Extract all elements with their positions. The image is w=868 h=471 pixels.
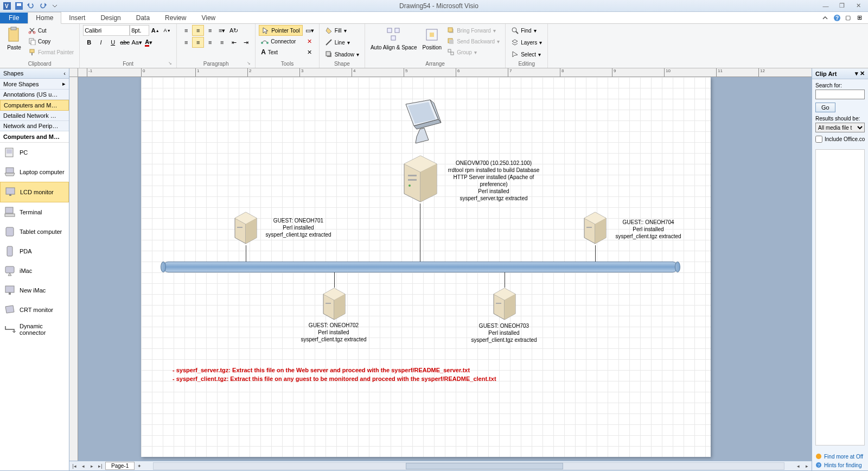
stencil-annotations[interactable]: Annotations (US u… — [0, 90, 69, 100]
page-last-icon[interactable]: ▸| — [97, 462, 104, 470]
italic-icon[interactable]: I — [95, 37, 107, 48]
tab-design[interactable]: Design — [93, 12, 128, 23]
autoalign-button[interactable]: Auto Align & Space — [368, 25, 419, 52]
align-center-icon[interactable]: ≡ — [192, 37, 204, 48]
clipart-close-icon[interactable]: ✕ — [860, 70, 865, 77]
align-justify-icon[interactable]: ≡ — [216, 37, 228, 48]
send-backward-button[interactable]: Send Backward▾ — [445, 36, 502, 47]
shape-tablet[interactable]: Tablet computer — [0, 222, 69, 241]
text-direction-icon[interactable]: A↻ — [228, 25, 240, 36]
hscroll-thumb[interactable] — [406, 463, 563, 469]
text-tool-button[interactable]: AText — [259, 47, 303, 58]
collapse-icon[interactable]: ‹ — [63, 70, 66, 77]
copy-button[interactable]: Copy — [26, 36, 76, 47]
position-button[interactable]: Position — [420, 25, 444, 52]
undo-button[interactable] — [26, 1, 36, 11]
select-button[interactable]: Select▾ — [509, 49, 543, 60]
note-1[interactable]: - sysperf_server.tgz: Extract this file … — [173, 367, 470, 373]
note-2[interactable]: - sysperf_client.tgz: Extract this file … — [173, 375, 496, 382]
more-shapes-item[interactable]: More Shapes▸ — [0, 79, 69, 90]
bring-forward-button[interactable]: Bring Forward▾ — [445, 25, 502, 36]
shape-imac[interactable]: iMac — [0, 261, 69, 281]
close-button[interactable]: ✕ — [851, 2, 866, 10]
bullets-icon[interactable]: ≡▾ — [216, 25, 228, 36]
shape-terminal[interactable]: Terminal — [0, 202, 69, 222]
include-office-checkbox[interactable]: Include Office.co — [815, 136, 865, 143]
horizontal-scrollbar[interactable] — [153, 462, 784, 470]
clipart-dropdown-icon[interactable]: ▾ — [855, 70, 858, 77]
guest3-label[interactable]: GUEST: ONEOH703 Perl installed sysperf_c… — [469, 322, 539, 343]
monitor-shape[interactable] — [400, 99, 444, 148]
drawing-page[interactable]: ONEOVM700 (10.250.102.100) rrdtool rpm i… — [141, 77, 711, 457]
case-icon[interactable]: Aa▾ — [131, 37, 143, 48]
page-next-icon[interactable]: ▸ — [88, 462, 95, 470]
connector-tool-button[interactable]: Connector — [259, 36, 303, 47]
guest4-label[interactable]: GUEST:: ONEOH704 Perl installed sysperf_… — [613, 219, 684, 240]
shapes-panel-header[interactable]: Shapes‹ — [0, 68, 69, 79]
align-middle-icon[interactable]: ≡ — [192, 25, 204, 36]
find-more-link[interactable]: Find more at Off — [815, 453, 865, 460]
shape-pda[interactable]: PDA — [0, 241, 69, 261]
stencil-computers[interactable]: Computers and M… — [0, 100, 69, 111]
tab-home[interactable]: Home — [28, 12, 61, 24]
format-painter-button[interactable]: Format Painter — [26, 47, 76, 58]
pointer-tool-button[interactable]: Pointer Tool — [259, 25, 303, 36]
tab-insert[interactable]: Insert — [61, 12, 93, 23]
go-button[interactable]: Go — [815, 103, 835, 112]
shape-dynamic-connector[interactable]: Dynamic connector — [0, 320, 69, 339]
strike-icon[interactable]: abc — [119, 37, 131, 48]
page-tab[interactable]: Page-1 — [105, 462, 135, 470]
font-size-combo[interactable] — [130, 25, 149, 36]
connection-point-icon[interactable]: ✕ — [304, 47, 316, 58]
bold-icon[interactable]: B — [83, 37, 95, 48]
font-dialog-icon[interactable]: ↘ — [168, 61, 172, 66]
shape-crt-monitor[interactable]: CRT monitor — [0, 300, 69, 320]
align-bottom-icon[interactable]: ≡ — [204, 25, 216, 36]
align-right-icon[interactable]: ≡ — [204, 37, 216, 48]
server-main-shape[interactable] — [399, 153, 442, 205]
restore-button[interactable]: ❐ — [834, 2, 850, 10]
underline-icon[interactable]: U — [107, 37, 119, 48]
ribbon-opt1-icon[interactable]: ▢ — [845, 14, 854, 23]
hints-link[interactable]: ?Hints for finding — [815, 462, 865, 468]
stencil-detailed-network[interactable]: Detailed Network … — [0, 111, 69, 121]
redo-button[interactable] — [38, 1, 48, 11]
minimize-button[interactable]: — — [818, 2, 833, 10]
cut-button[interactable]: Cut — [26, 25, 76, 36]
delete-connector-icon[interactable]: ✕ — [304, 36, 316, 47]
qat-customize[interactable] — [50, 1, 60, 11]
page-add-icon[interactable]: ✦ — [136, 462, 143, 470]
shape-lcd-monitor[interactable]: LCD monitor — [0, 182, 69, 202]
save-button[interactable] — [14, 1, 24, 11]
increase-font-icon[interactable]: A▲ — [149, 25, 161, 36]
rectangle-tool-icon[interactable]: ▭▾ — [304, 25, 316, 36]
paste-button[interactable]: Paste — [3, 25, 25, 52]
tab-data[interactable]: Data — [129, 12, 157, 23]
guest1-label[interactable]: GUEST: ONEOH701 Perl installed sysperf_c… — [263, 217, 334, 238]
shape-new-imac[interactable]: New iMac — [0, 281, 69, 300]
line-button[interactable]: Line▾ — [323, 37, 352, 48]
font-family-combo[interactable] — [83, 25, 130, 36]
help-icon[interactable]: ? — [833, 14, 842, 23]
shadow-button[interactable]: Shadow▾ — [323, 49, 361, 60]
guest2-label[interactable]: GUEST: ONEOH702 Perl installed sysperf_c… — [298, 322, 369, 343]
align-top-icon[interactable]: ≡ — [180, 25, 192, 36]
ribbon-opt2-icon[interactable]: ⊞ — [857, 14, 866, 23]
network-pipe[interactable] — [163, 262, 678, 272]
shape-laptop[interactable]: Laptop computer — [0, 162, 69, 182]
guest1-shape[interactable] — [231, 211, 261, 246]
find-button[interactable]: Find▾ — [509, 25, 538, 36]
guest4-shape[interactable] — [580, 211, 610, 246]
decrease-indent-icon[interactable]: ⇤ — [228, 37, 240, 48]
server-main-label[interactable]: ONEOVM700 (10.250.102.100) rrdtool rpm i… — [445, 160, 542, 202]
hscroll-left-icon[interactable]: ◂ — [794, 462, 802, 470]
stencil-network-periph[interactable]: Network and Perip… — [0, 121, 69, 131]
tab-view[interactable]: View — [194, 12, 223, 23]
search-input[interactable] — [815, 90, 865, 99]
group-button[interactable]: Group▾ — [445, 47, 502, 58]
results-type-select[interactable]: All media file t — [815, 123, 865, 132]
page-first-icon[interactable]: |◂ — [71, 462, 78, 470]
visio-icon[interactable]: V — [2, 1, 12, 11]
page-prev-icon[interactable]: ◂ — [79, 462, 87, 470]
fill-button[interactable]: Fill▾ — [323, 25, 349, 36]
